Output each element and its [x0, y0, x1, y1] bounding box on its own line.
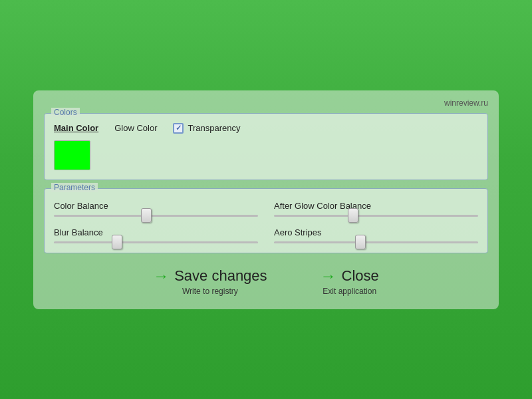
blur-balance-slider[interactable] — [54, 241, 258, 243]
transparency-row: Transparency — [173, 123, 240, 134]
transparency-checkbox[interactable] — [173, 123, 184, 134]
close-sub-label: Exit application — [323, 287, 376, 296]
close-arrow-icon: → — [321, 267, 336, 285]
main-panel: winreview.ru Colors Main Color Glow Colo… — [33, 90, 499, 309]
color-balance-slider[interactable] — [54, 215, 258, 217]
parameters-legend: Parameters — [51, 183, 98, 192]
save-main-label: Save changes — [174, 267, 267, 285]
sliders-grid: Color Balance After Glow Color Balance B… — [54, 201, 478, 243]
aero-stripes-slider[interactable] — [274, 241, 478, 243]
blur-balance-group: Blur Balance — [54, 227, 258, 243]
save-sub-label: Write to registry — [182, 287, 238, 296]
after-glow-group: After Glow Color Balance — [274, 201, 478, 217]
watermark-text: winreview.ru — [44, 98, 488, 108]
main-color-tab[interactable]: Main Color — [54, 123, 98, 133]
color-tabs-row: Main Color Glow Color Transparency — [54, 123, 478, 134]
parameters-group: Parameters Color Balance After Glow Colo… — [44, 188, 488, 253]
save-arrow-icon: → — [153, 267, 169, 285]
close-main-label: Close — [342, 267, 379, 285]
main-color-swatch[interactable] — [54, 140, 90, 170]
color-swatch-area — [54, 140, 478, 170]
bottom-bar: → Save changes Write to registry → Close… — [44, 261, 488, 299]
save-button[interactable]: → Save changes Write to registry — [153, 267, 267, 296]
after-glow-slider[interactable] — [274, 215, 478, 217]
glow-color-tab[interactable]: Glow Color — [114, 123, 157, 133]
colors-legend: Colors — [51, 108, 80, 117]
transparency-label: Transparency — [188, 123, 240, 133]
color-balance-group: Color Balance — [54, 201, 258, 217]
save-button-main: → Save changes — [153, 267, 267, 285]
close-button[interactable]: → Close Exit application — [321, 267, 379, 296]
colors-group: Colors Main Color Glow Color Transparenc… — [44, 113, 488, 180]
close-button-main: → Close — [321, 267, 379, 285]
aero-stripes-group: Aero Stripes — [274, 227, 478, 243]
